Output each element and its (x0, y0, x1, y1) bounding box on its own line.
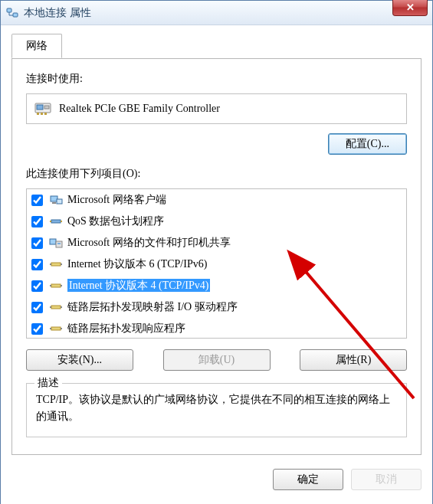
item-checkbox[interactable] (31, 216, 43, 227)
svg-rect-9 (52, 202, 56, 204)
item-label: Microsoft 网络客户端 (67, 193, 166, 207)
adapter-name: Realtek PCIe GBE Family Controller (59, 103, 220, 115)
nic-icon (34, 101, 51, 116)
properties-dialog: 本地连接 属性 ✕ 网络 连接时使用: (0, 0, 433, 504)
item-label: Internet 协议版本 4 (TCP/IPv4) (67, 279, 210, 293)
list-item[interactable]: Microsoft 网络的文件和打印机共享 (27, 232, 406, 254)
item-checkbox[interactable] (31, 237, 43, 249)
description-text: TCP/IP。该协议是默认的广域网络协议，它提供在不同的相互连接的网络上的通讯。 (36, 391, 397, 426)
item-checkbox[interactable] (31, 323, 43, 335)
description-group: 描述 TCP/IP。该协议是默认的广域网络协议，它提供在不同的相互连接的网络上的… (26, 383, 407, 437)
list-item[interactable]: Microsoft 网络客户端 (27, 189, 406, 211)
tab-content: 连接时使用: Realtek PCIe GBE Family Controlle… (11, 58, 422, 455)
svg-rect-24 (50, 306, 51, 308)
close-icon: ✕ (406, 2, 415, 13)
list-item[interactable]: 链路层拓扑发现响应程序 (27, 318, 406, 339)
dialog-footer: 确定 取消 (11, 469, 422, 493)
sharing-icon (49, 236, 63, 250)
close-button[interactable]: ✕ (392, 0, 428, 16)
install-button[interactable]: 安装(N)... (26, 349, 133, 371)
item-label: Internet 协议版本 6 (TCP/IPv6) (67, 257, 207, 271)
svg-rect-7 (44, 113, 47, 115)
svg-rect-14 (50, 239, 56, 244)
item-checkbox[interactable] (31, 259, 43, 270)
svg-rect-26 (51, 327, 61, 330)
client-icon (49, 193, 63, 207)
install-buttons-row: 安装(N)... 卸载(U) 属性(R) (26, 349, 407, 371)
proto-icon (49, 300, 63, 314)
svg-rect-1 (13, 13, 18, 17)
svg-rect-20 (51, 284, 61, 287)
svg-rect-6 (41, 113, 43, 115)
item-checkbox[interactable] (31, 280, 43, 292)
item-label: Microsoft 网络的文件和打印机共享 (67, 236, 231, 250)
svg-rect-10 (57, 199, 62, 204)
svg-rect-5 (37, 113, 39, 115)
qos-icon (49, 214, 63, 228)
svg-rect-16 (57, 243, 61, 244)
cancel-button[interactable]: 取消 (351, 469, 422, 490)
tab-networking[interactable]: 网络 (11, 34, 62, 58)
svg-rect-12 (50, 221, 51, 222)
svg-rect-27 (50, 328, 51, 329)
svg-rect-13 (61, 221, 62, 222)
item-label: QoS 数据包计划程序 (67, 214, 164, 228)
svg-rect-18 (50, 263, 51, 265)
list-item[interactable]: Internet 协议版本 4 (TCP/IPv4) (27, 275, 406, 296)
svg-rect-3 (37, 105, 43, 110)
item-label: 链路层拓扑发现映射器 I/O 驱动程序 (67, 300, 238, 314)
list-item[interactable]: 链路层拓扑发现映射器 I/O 驱动程序 (27, 296, 406, 318)
svg-rect-22 (61, 285, 62, 286)
uninstall-button[interactable]: 卸载(U) (163, 349, 271, 371)
ok-button[interactable]: 确定 (273, 469, 343, 490)
proto-icon (49, 257, 63, 271)
proto-icon (49, 322, 63, 335)
proto-icon (49, 279, 63, 293)
svg-rect-11 (51, 220, 61, 223)
items-listbox[interactable]: Microsoft 网络客户端QoS 数据包计划程序Microsoft 网络的文… (26, 188, 407, 339)
list-item[interactable]: QoS 数据包计划程序 (27, 211, 406, 232)
item-checkbox[interactable] (31, 302, 43, 313)
svg-rect-25 (61, 306, 62, 308)
svg-rect-23 (51, 306, 61, 309)
svg-rect-28 (61, 328, 62, 329)
list-item[interactable]: Internet 协议版本 6 (TCP/IPv6) (27, 254, 406, 275)
titlebar[interactable]: 本地连接 属性 ✕ (1, 1, 432, 25)
items-label: 此连接使用下列项目(O): (26, 167, 407, 181)
item-checkbox[interactable] (31, 195, 43, 206)
description-legend: 描述 (34, 376, 62, 390)
window-title: 本地连接 属性 (24, 6, 91, 20)
svg-rect-21 (50, 285, 51, 286)
dialog-body: 网络 连接时使用: Realtek PCIe GBE Family Contro… (1, 25, 432, 504)
svg-rect-4 (44, 106, 49, 109)
tabstrip: 网络 (11, 34, 422, 59)
configure-button[interactable]: 配置(C)... (328, 133, 407, 155)
adapter-box: Realtek PCIe GBE Family Controller (26, 93, 407, 124)
svg-rect-0 (7, 8, 11, 12)
item-label: 链路层拓扑发现响应程序 (67, 322, 185, 335)
connection-icon (5, 6, 19, 20)
svg-rect-19 (61, 263, 62, 265)
svg-rect-17 (51, 263, 61, 266)
adapter-label: 连接时使用: (26, 72, 407, 86)
properties-button[interactable]: 属性(R) (300, 349, 407, 371)
